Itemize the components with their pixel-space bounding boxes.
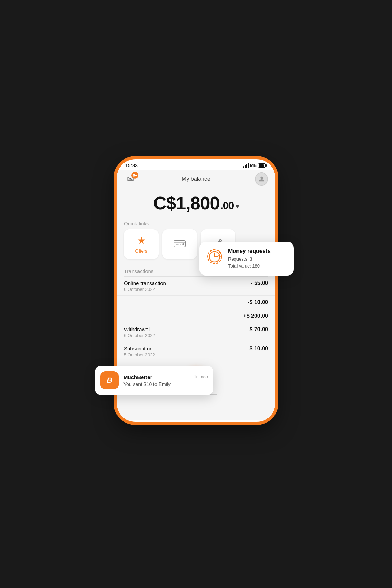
requests-count: Requests: 3 [228,256,252,262]
notification-card: B MuchBetter 1m ago You sent $10 to Emil… [95,366,213,395]
b-logo-icon: B [106,376,113,385]
battery-icon [258,163,267,168]
carrier-label: MB [250,163,257,168]
txn-info: Withdrawal 6 October 2022 [124,326,155,338]
transactions-section: Transactions Online transaction 6 Octobe… [117,263,275,361]
notification-badge: 9+ [131,172,138,179]
txn-date: 6 October 2022 [124,333,155,338]
app-header: ✉ 9+ My balance [117,170,275,190]
offers-label: Offers [135,248,147,254]
mail-button[interactable]: ✉ 9+ [124,172,137,186]
notification-message: You sent $10 to Emily [123,381,208,387]
txn-amount: -$ 70.00 [248,326,268,333]
quick-link-offers[interactable]: ★ Offers [124,229,159,259]
profile-button[interactable] [255,172,268,186]
transfer-icon [174,239,186,249]
money-requests-title: Money requests [228,248,271,254]
balance-display: C$1,800 .00 ▾ [124,193,268,214]
txn-amount: +$ 200.00 [243,313,268,319]
transaction-item-deposit1[interactable]: -$ 10.00 [117,296,275,309]
transaction-item-online[interactable]: Online transaction 6 October 2022 - 55.0… [117,277,275,296]
offers-star-icon: ★ [137,235,146,246]
status-time: 15:33 [125,163,138,168]
balance-whole: 1,800 [176,193,219,213]
txn-amount: - 55.00 [251,280,268,286]
quick-links-label: Quick links [117,219,275,229]
notification-content: MuchBetter 1m ago You sent $10 to Emily [123,374,208,387]
muchbetter-app-icon: B [100,371,119,389]
notification-time: 1m ago [194,374,208,379]
balance-dropdown-icon[interactable]: ▾ [236,202,239,210]
txn-amount: -$ 10.00 [248,299,268,305]
money-requests-text: Money requests Requests: 3 Total value: … [228,248,271,269]
currency-symbol: C$ [153,193,176,213]
header-title: My balance [182,176,210,182]
txn-info: Subscription 5 October 2022 [124,346,155,357]
notification-header: MuchBetter 1m ago [123,374,208,380]
scene: 15:33 MB [105,158,287,430]
transaction-item-withdrawal[interactable]: Withdrawal 6 October 2022 -$ 70.00 [117,323,275,342]
txn-name: Withdrawal [124,326,155,332]
transaction-item-subscription[interactable]: Subscription 5 October 2022 -$ 10.00 [117,342,275,361]
txn-info: Online transaction 6 October 2022 [124,280,166,292]
balance-cents: .00 [220,200,234,211]
signal-bars-icon [243,163,249,168]
txn-date: 5 October 2022 [124,352,155,357]
svg-point-0 [260,177,263,179]
money-requests-clock-icon [206,248,223,265]
money-requests-detail: Requests: 3 Total value: 180 [228,256,271,269]
balance-section: C$1,800 .00 ▾ [117,190,275,219]
notification-app-name: MuchBetter [123,374,152,380]
transaction-item-deposit2[interactable]: +$ 200.00 [117,309,275,323]
txn-amount: -$ 10.00 [248,346,268,352]
txn-name: Online transaction [124,280,166,286]
txn-date: 6 October 2022 [124,287,166,292]
txn-name: Subscription [124,346,155,351]
quick-link-transfer[interactable] [162,229,197,259]
balance-currency-whole: C$1,800 [153,193,220,214]
profile-icon [258,175,265,183]
money-requests-tooltip: Money requests Requests: 3 Total value: … [199,242,294,276]
notch [173,159,219,168]
total-value: Total value: 180 [228,263,260,269]
status-right: MB [243,163,267,168]
